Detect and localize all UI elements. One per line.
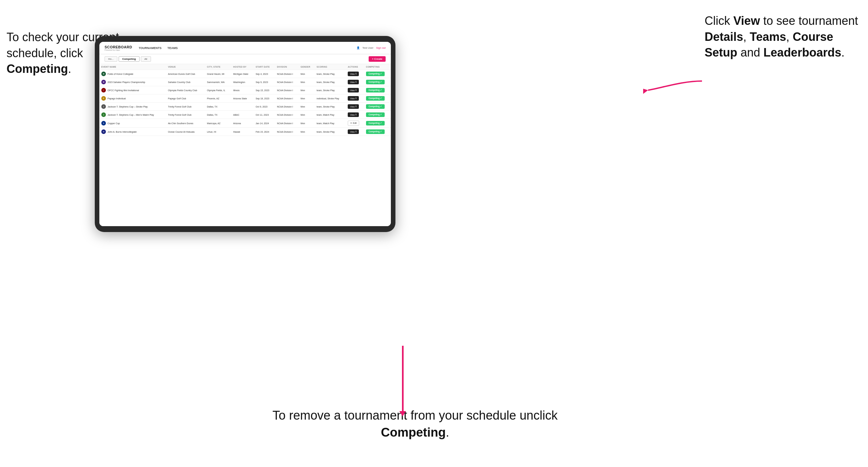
event-name: Papago Individual [107,97,126,100]
hosted-cell: Michigan State [231,70,254,78]
team-logo: A [101,121,106,125]
venue-cell: Papago Golf Club [166,94,205,103]
col-scoring: SCORING [315,64,346,70]
scoring-cell: team, Stroke Play [315,86,346,94]
view-button[interactable]: View ℹ [348,96,359,101]
division-cell: NCAA Division I [275,86,299,94]
tablet-screen: SCOREBOARD Powered by clippi TOURNAMENTS… [99,42,391,226]
view-button[interactable]: View ℹ [348,71,359,76]
city-cell: Sammamish, WA [205,78,231,86]
scoring-cell: team, Stroke Play [315,78,346,86]
info-icon: ℹ [355,81,356,83]
competing-cell: Competing ✓ [364,119,391,128]
col-gender: GENDER [299,64,315,70]
info-icon: ℹ [355,114,356,116]
view-button[interactable]: View ℹ [348,80,359,84]
gender-cell: Men [299,86,315,94]
create-button[interactable]: + Create [369,56,385,62]
venue-cell: Ak-Chin Southern Dunes [166,119,205,128]
nav-tournaments[interactable]: TOURNAMENTS [138,46,161,50]
hosted-cell: Hawaii [231,128,254,136]
event-name-cell: W 2023 Sahalee Players Championship [99,78,166,86]
start-cell: Jan 14, 2024 [254,119,275,128]
event-name-cell: J Jackson T. Stephens Cup – Stroke Play [99,103,166,111]
table-row: W 2023 Sahalee Players Championship Saha… [99,78,391,86]
table-container: EVENT NAME VENUE CITY, STATE HOSTED BY S… [99,64,391,226]
table-row: I OFCC Fighting Illini Invitational Olym… [99,86,391,94]
tab-home[interactable]: Ho... [104,56,117,62]
tab-all[interactable]: All [141,56,151,62]
hosted-cell: Washington [231,78,254,86]
start-cell: Sep 9, 2023 [254,78,275,86]
event-name: 2023 Sahalee Players Championship [107,81,145,83]
table-row: J Jackson T. Stephens Cup – Men's Match … [99,111,391,119]
view-button[interactable]: View ℹ [348,129,359,134]
view-button[interactable]: View ℹ [348,113,359,117]
competing-cell: Competing ✓ [364,78,391,86]
city-cell: Phoenix, AZ [205,94,231,103]
competing-button[interactable]: Competing ✓ [366,71,385,76]
city-cell: Lihue, HI [205,128,231,136]
col-venue: VENUE [166,64,205,70]
annotation-text-right: Click View to see tournament Details, Te… [705,14,858,59]
annotation-text-bottom: To remove a tournament from your schedul… [273,408,558,439]
event-name: OFCC Fighting Illini Invitational [107,89,139,92]
logo-area: SCOREBOARD Powered by clippi [104,45,132,51]
venue-cell: Ocean Course At Hokuala [166,128,205,136]
venue-cell: American Dunes Golf Club [166,70,205,78]
gender-cell: Men [299,94,315,103]
gender-cell: Men [299,111,315,119]
event-name: Jackson T. Stephens Cup – Men's Match Pl… [107,114,154,116]
competing-button[interactable]: Competing ✓ [366,121,385,125]
table-row: H John A. Burns Intercollegiate Ocean Co… [99,128,391,136]
edit-button[interactable]: ✏ Edit [348,121,359,126]
actions-cell: View ℹ [346,128,364,136]
division-cell: NCAA Division I [275,70,299,78]
col-start: START DATE [254,64,275,70]
actions-cell: View ℹ [346,86,364,94]
info-icon: ℹ [355,130,356,133]
table-header: EVENT NAME VENUE CITY, STATE HOSTED BY S… [99,64,391,70]
team-logo: M [101,71,106,76]
logo-text: SCOREBOARD [104,45,132,49]
tab-competing[interactable]: Competing [119,56,140,62]
division-cell: NCAA Division I [275,103,299,111]
nav-teams[interactable]: TEAMS [167,46,178,50]
competing-button[interactable]: Competing ✓ [366,80,385,84]
scoring-cell: team, Stroke Play [315,70,346,78]
competing-button[interactable]: Competing ✓ [366,113,385,117]
hosted-cell: Illinois [231,86,254,94]
arrow-to-competing-remove [399,346,406,416]
actions-cell: View ℹ [346,78,364,86]
table-row: M Folds of Honor Collegiate American Dun… [99,70,391,78]
competing-button[interactable]: Competing ✓ [366,104,385,109]
competing-cell: Competing ✓ [364,103,391,111]
col-hosted: HOSTED BY [231,64,254,70]
venue-cell: Sahalee Country Club [166,78,205,86]
arrow-to-view-button [643,71,709,97]
filter-tabs: Ho... Competing All [104,56,151,62]
view-button[interactable]: View ℹ [348,88,359,92]
actions-cell: View ℹ [346,103,364,111]
view-button[interactable]: View ℹ [348,104,359,109]
competing-button[interactable]: Competing ✓ [366,96,385,101]
event-name-cell: M Folds of Honor Collegiate [99,70,166,78]
competing-button[interactable]: Competing ✓ [366,129,385,134]
info-icon: ℹ [355,89,356,92]
scoring-cell: team, Match Play [315,119,346,128]
gender-cell: Men [299,103,315,111]
event-name-cell: P Papago Individual [99,94,166,103]
competing-cell: Competing ✓ [364,86,391,94]
competing-button[interactable]: Competing ✓ [366,88,385,92]
annotation-bottom: To remove a tournament from your schedul… [268,407,562,441]
team-logo: W [101,80,106,84]
nav-right: 👤 Test User Sign out [356,46,385,49]
info-icon: ℹ [355,97,356,100]
sign-out-link[interactable]: Sign out [376,46,385,49]
competing-cell: Competing ✓ [364,128,391,136]
gender-cell: Men [299,78,315,86]
col-competing: COMPETING [364,64,391,70]
top-nav: SCOREBOARD Powered by clippi TOURNAMENTS… [99,42,391,54]
col-event-name: EVENT NAME [99,64,166,70]
city-cell: Dallas, TX [205,103,231,111]
